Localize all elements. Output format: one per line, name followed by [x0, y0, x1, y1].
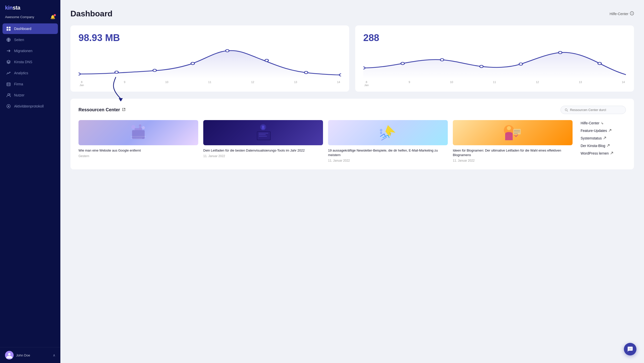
sidebar-header: kinsta — [0, 0, 60, 14]
svg-line-37 — [567, 111, 568, 111]
kinsta-blog-link[interactable]: Der Kinsta-Blog — [581, 144, 626, 148]
firma-icon — [6, 82, 11, 87]
svg-point-63 — [629, 349, 629, 349]
article-title: Dein Leitfaden für die besten Datenvisua… — [203, 148, 323, 153]
article-card[interactable]: Wie man eine Website aus Google entfernt… — [78, 120, 198, 162]
bandwidth-card: 98.93 MB — [70, 25, 349, 92]
svg-point-55 — [380, 129, 382, 131]
external-link-icon[interactable] — [122, 108, 126, 112]
bell-icon[interactable]: 🔔 — [50, 15, 55, 19]
svg-point-40 — [131, 125, 135, 129]
sidebar-item-firma[interactable]: Firma — [3, 79, 58, 89]
svg-point-32 — [558, 51, 562, 54]
main-content: Dashboard Hilfe-Center ? 98.93 MB — [60, 0, 644, 363]
search-input[interactable] — [570, 108, 622, 112]
sidebar-item-label: Analytics — [14, 71, 28, 75]
hilfe-center-link[interactable]: Hilfe-Center ↳ — [581, 121, 626, 125]
resources-card: Ressourcen Center — [70, 99, 634, 169]
svg-point-31 — [519, 63, 522, 65]
company-row: Awesome Company 🔔 — [0, 14, 60, 23]
main-header: Dashboard Hilfe-Center ? — [70, 9, 634, 18]
svg-point-16 — [8, 353, 11, 355]
svg-point-19 — [78, 73, 80, 75]
user-profile[interactable]: John Doe — [5, 351, 30, 359]
article-title: Wie man eine Website aus Google entfernt — [78, 148, 198, 153]
avatar — [5, 351, 14, 359]
nutzer-icon — [6, 93, 11, 98]
svg-point-29 — [440, 59, 444, 61]
svg-point-25 — [304, 71, 308, 74]
bandwidth-chart-labels: 8 Jan 9 10 11 12 13 14 — [78, 81, 341, 87]
link-arrow-icon: ↳ — [601, 121, 604, 125]
bandwidth-value: 98.93 MB — [78, 32, 341, 43]
svg-point-30 — [480, 65, 483, 68]
svg-rect-38 — [132, 130, 145, 139]
article-title: Ideen für Blognamen: Der ultimative Leit… — [453, 148, 573, 157]
sidebar-item-aktivitaetsprotokoll[interactable]: Aktivitätenprotokoll — [3, 101, 58, 112]
svg-point-28 — [401, 62, 405, 65]
page-title: Dashboard — [70, 9, 112, 18]
resources-content: Wie man eine Website aus Google entfernt… — [78, 120, 626, 162]
bandwidth-chart — [78, 48, 341, 79]
svg-rect-7 — [7, 83, 10, 86]
chat-button[interactable] — [624, 343, 636, 355]
svg-text:?: ? — [631, 12, 633, 15]
sidebar-item-nutzer[interactable]: Nutzer — [3, 90, 58, 100]
resources-sidebar-links: Hilfe-Center ↳ Feature-Updates Systemsta… — [581, 120, 626, 162]
svg-point-58 — [507, 126, 511, 130]
dashboard-icon — [6, 26, 11, 31]
migrationen-icon — [6, 48, 11, 53]
article-card[interactable]: Dein Leitfaden für die besten Datenvisua… — [203, 120, 323, 162]
requests-chart — [363, 48, 626, 79]
article-date: 11. Januar 2022 — [203, 154, 323, 158]
sidebar-item-seiten[interactable]: Seiten — [3, 34, 58, 45]
chevron-up-icon[interactable]: ∧ — [53, 353, 55, 357]
sidebar-footer: John Doe ∧ — [0, 347, 60, 363]
sidebar-item-label: Firma — [14, 82, 23, 86]
resources-header: Ressourcen Center — [78, 106, 626, 114]
help-icon: ? — [630, 11, 634, 16]
svg-point-41 — [142, 126, 145, 129]
seiten-icon — [6, 37, 11, 42]
article-card[interactable]: 19 aussagekräftige Newsletter-Beispiele,… — [328, 120, 448, 162]
systemstatus-link[interactable]: Systemstatus — [581, 136, 626, 140]
sidebar: kinsta Awesome Company 🔔 Dashboard — [0, 0, 60, 363]
svg-rect-3 — [9, 29, 11, 31]
svg-point-12 — [9, 94, 10, 95]
sidebar-item-analytics[interactable]: Analytics — [3, 68, 58, 78]
article-date: 11. Januar 2022 — [453, 159, 573, 162]
sidebar-item-dashboard[interactable]: Dashboard — [3, 23, 58, 34]
sidebar-item-label: Nutzer — [14, 93, 24, 97]
company-name: Awesome Company — [5, 15, 34, 19]
sidebar-item-label: Dashboard — [14, 27, 31, 31]
svg-point-33 — [598, 62, 601, 65]
kinsta-dns-icon — [6, 59, 11, 64]
svg-rect-56 — [380, 132, 382, 134]
analytics-icon — [6, 70, 11, 76]
kinsta-logo: kinsta — [5, 5, 20, 11]
svg-point-24 — [265, 59, 268, 62]
article-card[interactable]: Ideen für Blognamen: Der ultimative Leit… — [453, 120, 573, 162]
wordpress-lernen-link[interactable]: WordPress lernen — [581, 151, 626, 155]
svg-point-64 — [630, 349, 630, 349]
sidebar-item-migrationen[interactable]: Migrationen — [3, 46, 58, 56]
sidebar-item-label: Seiten — [14, 38, 24, 42]
sidebar-item-kinsta-dns[interactable]: Kinsta DNS — [3, 57, 58, 67]
svg-rect-0 — [7, 27, 8, 28]
hilfe-center-link[interactable]: Hilfe-Center ? — [610, 11, 634, 16]
svg-point-65 — [631, 349, 631, 349]
sidebar-item-label: Aktivitätenprotokoll — [14, 104, 44, 108]
article-thumbnail — [203, 120, 323, 145]
svg-point-23 — [226, 50, 229, 52]
resources-search[interactable] — [560, 106, 626, 114]
aktivitaetsprotokoll-icon — [6, 104, 11, 109]
requests-value: 288 — [363, 32, 626, 43]
requests-chart-labels: 8 Jan 9 10 11 12 13 14 — [363, 81, 626, 87]
svg-rect-2 — [7, 29, 8, 31]
feature-updates-link[interactable]: Feature-Updates — [581, 129, 626, 133]
search-icon — [565, 108, 568, 112]
svg-point-44 — [139, 124, 141, 127]
svg-rect-45 — [139, 127, 141, 130]
svg-marker-35 — [119, 98, 123, 101]
nav-menu: Dashboard Seiten Migrationen — [0, 23, 60, 347]
